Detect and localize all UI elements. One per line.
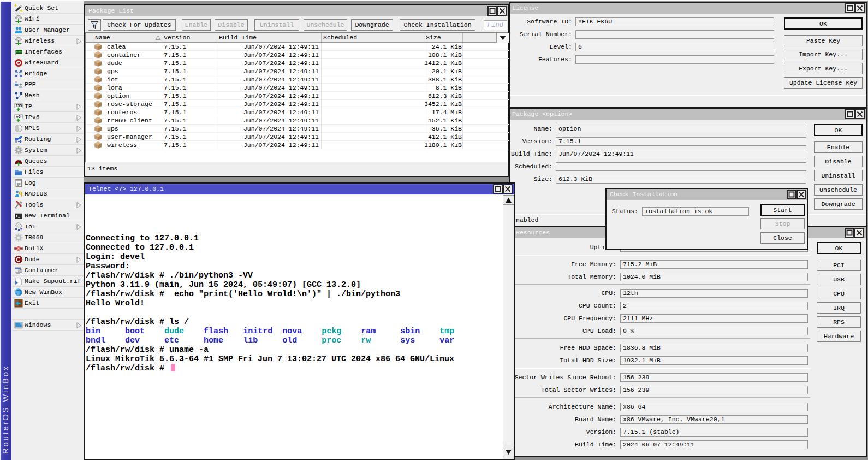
svg-text:v6: v6 (16, 114, 20, 119)
svg-text:255: 255 (15, 104, 22, 108)
